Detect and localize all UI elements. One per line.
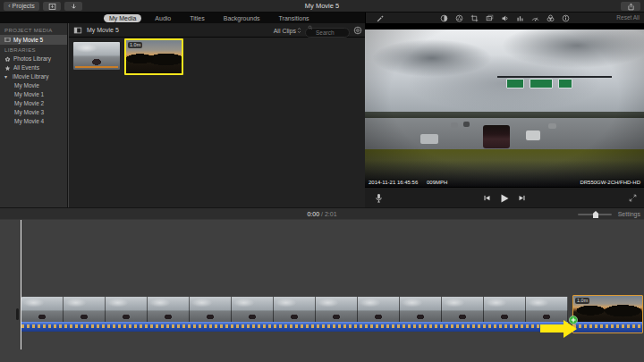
waveform-peaks bbox=[573, 324, 642, 328]
timeline-time-display: 0:00 / 2:01 bbox=[0, 208, 644, 221]
sidebar-item-label: My Movie 1 bbox=[14, 90, 44, 99]
waveform-peaks bbox=[21, 324, 568, 328]
all-clips-label: All Clips bbox=[274, 28, 296, 34]
viewer: 2014-11-21 16:45:56 009MPH DR550GW-2CH/F… bbox=[365, 23, 644, 207]
filmstrip-frame bbox=[484, 297, 526, 322]
speed-icon[interactable] bbox=[531, 14, 539, 22]
window-title: My Movie 5 bbox=[0, 0, 644, 13]
sidebar-item-label: My Movie 5 bbox=[13, 36, 43, 45]
star-icon bbox=[4, 65, 11, 72]
sidebar-section-header: LIBRARIES bbox=[0, 46, 67, 55]
filmstrip-frame bbox=[358, 297, 400, 322]
noise-reduction-icon[interactable] bbox=[516, 14, 524, 22]
volume-icon[interactable] bbox=[501, 14, 509, 22]
search-icon bbox=[308, 25, 313, 30]
filmstrip-frame bbox=[64, 297, 106, 322]
next-frame-icon[interactable] bbox=[518, 194, 526, 202]
sidebar-item-my-movie-1[interactable]: My Movie 1 bbox=[0, 90, 67, 99]
stabilization-icon[interactable] bbox=[486, 14, 494, 22]
playback-controls bbox=[365, 187, 644, 207]
timeline-clip-sunset-selected[interactable]: 1.0m bbox=[572, 295, 643, 333]
color-balance-icon[interactable] bbox=[440, 14, 448, 22]
audio-waveform bbox=[573, 322, 642, 333]
effects-icon[interactable] bbox=[547, 14, 555, 22]
reset-all-button[interactable]: Reset All bbox=[616, 13, 640, 23]
browser-clip-highway[interactable] bbox=[73, 42, 120, 70]
sidebar-item-label: My Movie 4 bbox=[14, 117, 44, 126]
video-preview: 2014-11-21 16:45:56 009MPH DR550GW-2CH/F… bbox=[365, 29, 644, 187]
adjust-bar: Reset All bbox=[365, 13, 644, 23]
timeline-clip-highway[interactable] bbox=[21, 297, 568, 332]
sidebar-item-photos-library[interactable]: Photos Library bbox=[0, 55, 67, 63]
sidebar-item-label: My Movie 3 bbox=[14, 108, 44, 117]
total-time: 2:01 bbox=[325, 211, 337, 217]
crop-icon[interactable] bbox=[470, 14, 479, 22]
sidebar-item-label: All Events bbox=[13, 63, 39, 72]
filmstrip-frame bbox=[21, 297, 64, 322]
search-field bbox=[305, 22, 350, 38]
sidebar-item-label: Photos Library bbox=[13, 55, 51, 63]
sunset-thumbnail: 1.0m bbox=[126, 40, 182, 73]
sidebar-item-my-movie-4[interactable]: My Movie 4 bbox=[0, 117, 67, 126]
current-time: 0:00 bbox=[307, 211, 319, 217]
annotation-arrow bbox=[540, 324, 564, 333]
title-bar: ‹ Projects My Movie 5 bbox=[0, 0, 644, 13]
sidebar-item-all-events[interactable]: All Events bbox=[0, 63, 67, 72]
tab-my-media[interactable]: My Media bbox=[104, 14, 141, 22]
disclosure-triangle-icon[interactable]: ▾ bbox=[4, 72, 10, 81]
timeline[interactable]: 1.0m bbox=[0, 220, 644, 362]
filmstrip-frame bbox=[316, 297, 358, 322]
sidebar-item-imovie-library[interactable]: ▾iMovie Library bbox=[0, 72, 67, 81]
browser-header-controls: All Clips bbox=[274, 23, 362, 38]
duration-badge: 1.0m bbox=[128, 42, 142, 48]
tab-transitions[interactable]: Transitions bbox=[274, 14, 315, 22]
settings-gear-icon[interactable] bbox=[353, 26, 362, 35]
filmstrip-icon bbox=[4, 37, 11, 43]
sunset-thumbnail: 1.0m bbox=[573, 296, 642, 322]
tab-titles[interactable]: Titles bbox=[184, 14, 209, 22]
filmstrip-frame bbox=[148, 297, 190, 322]
share-button[interactable] bbox=[621, 2, 640, 11]
tab-backgrounds[interactable]: Backgrounds bbox=[218, 14, 266, 22]
updown-chevrons-icon bbox=[297, 27, 301, 34]
color-correction-icon[interactable] bbox=[455, 14, 463, 22]
sidebar-item-label: iMovie Library bbox=[13, 72, 48, 81]
filmstrip-frame bbox=[232, 297, 274, 322]
sidebar-section-header: PROJECT MEDIA bbox=[0, 27, 67, 35]
previous-frame-icon[interactable] bbox=[483, 194, 491, 202]
timeline-toolbar: 0:00 / 2:01 Settings bbox=[0, 207, 644, 220]
sidebar-item-my-movie[interactable]: My Movie bbox=[0, 81, 67, 90]
share-icon bbox=[627, 3, 635, 11]
sidebar-item-my-movie-5[interactable]: My Movie 5 bbox=[0, 35, 67, 45]
sidebar-toggle-icon[interactable] bbox=[73, 26, 82, 35]
overlay-datetime: 2014-11-21 16:45:56 bbox=[369, 180, 418, 185]
overlay-speed: 009MPH bbox=[427, 180, 447, 185]
fullscreen-icon[interactable] bbox=[629, 194, 637, 202]
media-tabs: My MediaAudioTitlesBackgroundsTransition… bbox=[104, 13, 315, 23]
filmstrip-frame bbox=[106, 297, 148, 322]
audio-waveform bbox=[21, 322, 568, 332]
all-clips-dropdown[interactable]: All Clips bbox=[274, 27, 301, 34]
play-icon[interactable] bbox=[499, 193, 510, 204]
clip-trim-handle[interactable] bbox=[16, 308, 19, 320]
sidebar-item-my-movie-2[interactable]: My Movie 2 bbox=[0, 99, 67, 108]
filmstrip-frame bbox=[400, 297, 442, 322]
annotation-arrow-head bbox=[564, 320, 577, 338]
filmstrip-frame bbox=[442, 297, 484, 322]
dashcam-timestamp-overlay: 2014-11-21 16:45:56 009MPH bbox=[369, 180, 447, 185]
adjust-icons bbox=[366, 14, 644, 22]
filmstrip bbox=[21, 297, 568, 322]
sidebar-item-my-movie-3[interactable]: My Movie 3 bbox=[0, 108, 67, 117]
media-browser: My Movie 5 All Clips 1.0m bbox=[69, 23, 365, 207]
vignette bbox=[365, 29, 644, 187]
transport-controls bbox=[365, 188, 644, 208]
libraries-sidebar: PROJECT MEDIAMy Movie 5LIBRARIESPhotos L… bbox=[0, 23, 68, 207]
sidebar-item-label: My Movie bbox=[14, 81, 39, 90]
time-separator: / bbox=[321, 211, 323, 217]
flower-icon bbox=[4, 56, 11, 63]
timeline-zoom-slider[interactable] bbox=[578, 214, 612, 215]
timeline-settings-button[interactable]: Settings bbox=[618, 208, 640, 221]
tab-audio[interactable]: Audio bbox=[149, 14, 176, 22]
browser-clip-sunset-selected[interactable]: 1.0m bbox=[124, 38, 183, 75]
info-icon[interactable] bbox=[562, 14, 570, 22]
